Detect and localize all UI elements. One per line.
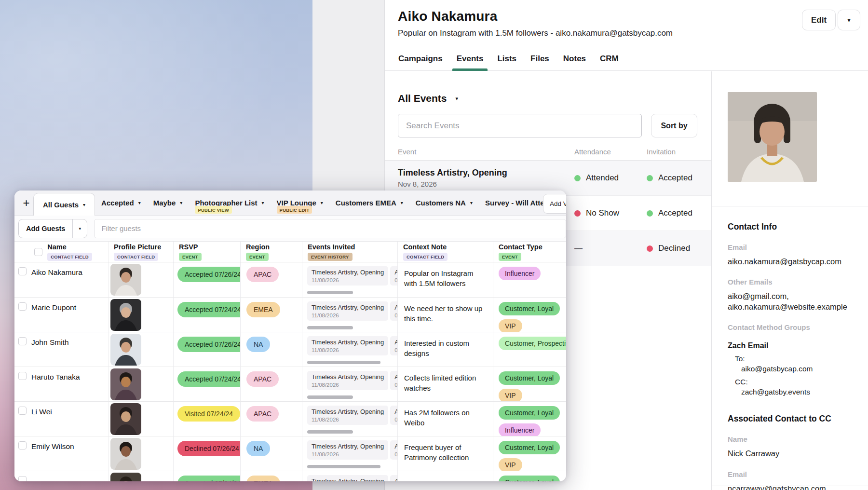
guest-type-cell: Customer, LoyalVIP: [493, 436, 566, 471]
invitation-status: Declined: [647, 244, 697, 253]
select-all-checkbox[interactable]: [34, 248, 42, 256]
guest-region-cell: NA: [240, 436, 302, 471]
horizontal-scrollbar[interactable]: [307, 465, 380, 468]
guest-note-cell: Popular on Instagram with 1.5M followers: [397, 262, 493, 297]
guest-rsvp-cell: Accepted 07/24/24: [173, 298, 240, 332]
view-tab-list: All Guests▾Accepted▾Maybe▾Photographer L…: [33, 191, 566, 215]
row-checkbox[interactable]: [18, 337, 27, 345]
event-chip: Timeless Artistry, Opening11/08/2026: [307, 266, 388, 286]
view-tab-accepted[interactable]: Accepted▾: [95, 191, 147, 215]
event-chip: Annual Co06/12/2026: [390, 475, 397, 481]
guest-col-label: Profile Picture: [114, 243, 173, 251]
event-chip: Timeless Artistry, Opening11/08/2026: [307, 336, 388, 355]
associated-contact-title: Associated Contact to CC: [728, 414, 856, 424]
horizontal-scrollbar[interactable]: [307, 291, 353, 294]
guest-photo-cell: [108, 436, 173, 471]
horizontal-scrollbar[interactable]: [307, 361, 380, 364]
status-dot-red: [574, 210, 581, 217]
guest-events-cell: Timeless Artistry, Opening11/08/2026Annu…: [302, 298, 397, 332]
chevron-down-icon: ▾: [262, 200, 264, 205]
contact-type-pill: VIP: [499, 389, 522, 401]
guest-note-cell: Has 2M followers on Weibo: [397, 402, 493, 436]
row-checkbox[interactable]: [18, 407, 27, 415]
row-checkbox[interactable]: [18, 267, 27, 275]
page-title: Aiko Nakamura: [385, 0, 868, 24]
view-tab-photographer-list[interactable]: Photographer List▾PUBLIC VIEW: [189, 191, 270, 215]
tab-files[interactable]: Files: [530, 54, 550, 70]
guest-type-cell: Customer, Loyal: [493, 471, 566, 481]
email-value: aiko.nakamura@gatsbycap.com: [728, 257, 856, 267]
add-view-button[interactable]: Add View: [543, 194, 566, 214]
view-tab-vip-lounge[interactable]: VIP Lounge▾PUBLIC EDIT: [271, 191, 329, 215]
chevron-down-icon: ▾: [83, 202, 85, 207]
filter-guests-input[interactable]: [94, 219, 566, 238]
assoc-name-label: Name: [728, 435, 856, 443]
contact-type-pill: VIP: [499, 319, 522, 332]
guest-col-events-invited: Events InvitedEVENT HISTORY: [302, 242, 397, 262]
event-chip-name: Timeless Artistry, Opening: [312, 269, 384, 276]
guest-row-aiko-nakamura[interactable]: Aiko NakamuraAccepted 07/26/24APACTimele…: [14, 262, 566, 297]
guest-row-li-wei[interactable]: Li WeiVisited 07/24/24APACTimeless Artis…: [14, 401, 566, 436]
row-checkbox[interactable]: [18, 372, 27, 380]
guest-row-john-smith[interactable]: John SmithAccepted 07/26/24NATimeless Ar…: [14, 332, 566, 367]
event-chip-name: Timeless Artistry, Opening: [312, 477, 384, 481]
horizontal-scrollbar[interactable]: [307, 430, 353, 434]
chevron-down-icon: ▾: [79, 226, 81, 231]
guest-type-cell: Customer, LoyalVIP: [493, 367, 566, 401]
guest-col-badge: CONTACT FIELD: [114, 253, 158, 261]
tab-crm[interactable]: CRM: [599, 54, 619, 70]
profile-picture: [110, 334, 141, 366]
guest-col-inner: Context NoteCONTACT FIELD: [403, 243, 493, 261]
event-chip: Timeless Artistry, Opening11/08/2026: [307, 406, 388, 425]
guest-name-cell: Haruto Tanaka: [14, 367, 108, 401]
row-checkbox[interactable]: [18, 476, 27, 481]
guest-col-context-note: Context NoteCONTACT FIELD: [397, 242, 493, 262]
no-data-dash: —: [574, 244, 583, 253]
tab-notes[interactable]: Notes: [563, 54, 586, 70]
tab-campaigns[interactable]: Campaigns: [398, 54, 443, 70]
view-tab-customers-emea[interactable]: Customers EMEA▾: [329, 191, 409, 215]
rsvp-pill: Accepted 07/26/24: [177, 337, 240, 352]
edit-button[interactable]: Edit: [802, 10, 836, 30]
events-col-attendance: Attendance: [574, 148, 647, 156]
row-checkbox[interactable]: [18, 441, 27, 449]
events-filter-heading[interactable]: All Events: [398, 93, 447, 104]
guest-events-cell: Timeless Artistry, Opening11/08/2026Annu…: [302, 367, 397, 401]
add-tab-button[interactable]: +: [19, 191, 33, 215]
tab-lists[interactable]: Lists: [497, 54, 517, 70]
guest-type-cell: Influencer: [493, 262, 566, 297]
chevron-down-icon[interactable]: ▾: [456, 95, 459, 102]
tab-events[interactable]: Events: [456, 54, 484, 70]
region-pill: NA: [246, 441, 270, 456]
guest-row-row[interactable]: Accepted 07/24/24EMEATimeless Artistry, …: [14, 471, 566, 481]
guest-col-inner: Contact TypeEVENT: [499, 243, 566, 261]
horizontal-scrollbar[interactable]: [307, 326, 353, 329]
contact-header: Aiko Nakamura Popular on Instagram with …: [385, 0, 868, 71]
search-events-input[interactable]: [398, 114, 642, 137]
row-checkbox[interactable]: [18, 302, 27, 311]
guest-type-cell: Customer, Prospective: [493, 332, 566, 367]
event-chip: Annual Co06/12/2026: [390, 440, 397, 460]
add-guests-dropdown[interactable]: ▾: [72, 219, 87, 238]
horizontal-scrollbar[interactable]: [307, 395, 353, 399]
event-chip-date: 11/08/2026: [312, 347, 384, 353]
contact-tabs: CampaignsEventsListsFilesNotesCRM: [398, 54, 619, 70]
other-email-1: aiko@gmail.com,: [728, 291, 856, 301]
guest-note-cell: Collects limited edition watches: [397, 367, 493, 401]
guest-row-marie-dupont[interactable]: Marie DupontAccepted 07/24/24EMEATimeles…: [14, 297, 566, 332]
view-tab-all-guests[interactable]: All Guests▾: [33, 193, 95, 216]
add-guests-button[interactable]: Add Guests: [19, 219, 72, 238]
guest-events-cell: Timeless Artistry, Opening11/08/2026Annu…: [302, 402, 397, 436]
guest-row-emily-wilson[interactable]: Emily WilsonDeclined 07/26/24NATimeless …: [14, 436, 566, 471]
guest-row-haruto-tanaka[interactable]: Haruto TanakaAccepted 07/24/24APACTimele…: [14, 367, 566, 401]
sort-by-button[interactable]: Sort by: [651, 114, 697, 137]
chevron-down-icon: ▾: [470, 200, 473, 205]
view-tab-maybe[interactable]: Maybe▾: [147, 191, 189, 215]
edit-dropdown-button[interactable]: ▾: [838, 10, 860, 30]
add-guests-split-button: Add Guests ▾: [18, 219, 87, 238]
guest-col-badge: EVENT: [499, 253, 521, 261]
guest-name-cell: Li Wei: [14, 402, 108, 436]
view-tab-customers-na[interactable]: Customers NA▾: [409, 191, 479, 215]
contact-type-pill: Customer, Prospective: [499, 337, 566, 350]
guest-col-badge: EVENT: [179, 253, 202, 261]
